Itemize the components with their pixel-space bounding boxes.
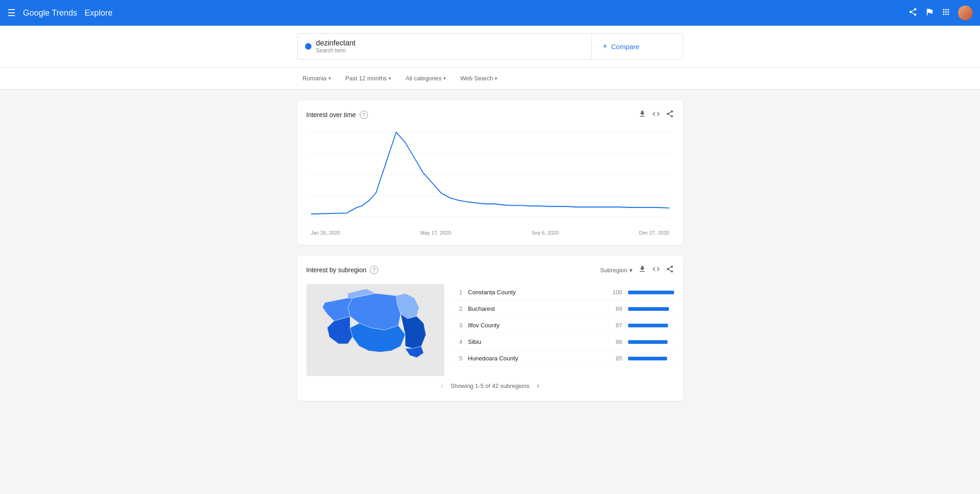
- subregion-row: 5 Hunedoara County 85: [455, 350, 674, 367]
- bar-container-5: [628, 357, 674, 360]
- share-header-icon[interactable]: [908, 7, 918, 19]
- compare-label: Compare: [611, 43, 640, 51]
- ibs-share-icon[interactable]: [666, 265, 674, 275]
- bar-container-1: [628, 291, 674, 294]
- next-page-button[interactable]: ›: [537, 382, 539, 390]
- prev-page-button[interactable]: ‹: [441, 382, 443, 390]
- ibs-download-icon[interactable]: [638, 265, 646, 275]
- iot-help-icon[interactable]: ?: [360, 111, 368, 119]
- name-4: Sibiu: [468, 338, 603, 345]
- app-header: ☰ Google Trends Explore: [0, 0, 980, 26]
- subregion-row: 4 Sibiu 86: [455, 334, 674, 350]
- iot-title: Interest over time: [306, 111, 356, 118]
- filters-inner: Romania ▾ Past 12 months ▾ All categorie…: [297, 72, 683, 84]
- bar-3: [628, 324, 668, 327]
- category-filter-label: All categories: [406, 75, 442, 82]
- bar-container-4: [628, 340, 674, 344]
- x-label-4: Dec 27, 2020: [639, 230, 669, 236]
- menu-icon[interactable]: ☰: [7, 7, 16, 18]
- iot-chart-svg: 100 75 50 25: [311, 127, 669, 228]
- pagination-text: Showing 1-5 of 42 subregions: [450, 382, 529, 389]
- bar-container-3: [628, 324, 674, 327]
- card-title-area-ibs: Interest by subregion ?: [306, 266, 379, 274]
- category-chevron-icon: ▾: [443, 76, 446, 81]
- subregion-row: 2 Bucharest 89: [455, 301, 674, 317]
- name-3: Ilfov County: [468, 322, 603, 329]
- subregion-list: 1 Constanța County 100 2 Bucharest 89: [455, 284, 674, 376]
- user-avatar[interactable]: [958, 6, 973, 20]
- romania-map: [306, 284, 444, 376]
- card-title-area-iot: Interest over time ?: [306, 111, 368, 119]
- subregion-row: 3 Ilfov County 87: [455, 317, 674, 334]
- chart-x-labels: Jan 26, 2020 May 17, 2020 Sep 6, 2020 De…: [306, 230, 674, 236]
- bar-4: [628, 340, 668, 344]
- rank-2: 2: [455, 305, 463, 312]
- x-label-2: May 17, 2020: [420, 230, 451, 236]
- value-2: 89: [609, 305, 623, 312]
- search-term-name: dezinfectant: [316, 39, 356, 47]
- subregion-content: 1 Constanța County 100 2 Bucharest 89: [306, 284, 674, 376]
- search-area: dezinfectant Search term + Compare: [0, 26, 980, 67]
- filters-bar: Romania ▾ Past 12 months ▾ All categorie…: [0, 67, 980, 90]
- subregion-row: 1 Constanța County 100: [455, 284, 674, 301]
- pagination: ‹ Showing 1-5 of 42 subregions ›: [306, 376, 674, 392]
- value-5: 85: [609, 355, 623, 362]
- rank-4: 4: [455, 338, 463, 345]
- compare-plus-icon: +: [603, 42, 608, 51]
- compare-box[interactable]: + Compare: [591, 33, 683, 60]
- value-3: 87: [609, 322, 623, 329]
- time-filter-label: Past 12 months: [346, 75, 387, 82]
- search-dot: [305, 43, 312, 50]
- subregion-select-label: Subregion: [600, 267, 627, 274]
- time-filter[interactable]: Past 12 months ▾: [340, 72, 397, 84]
- search-inner: dezinfectant Search term + Compare: [297, 33, 683, 60]
- region-filter[interactable]: Romania ▾: [297, 72, 336, 84]
- search-type-filter-label: Web Search: [460, 75, 493, 82]
- bar-5: [628, 357, 667, 360]
- search-term-label: Search term: [316, 47, 356, 54]
- main-content: Interest over time ?: [0, 90, 980, 412]
- search-term-box[interactable]: dezinfectant Search term: [297, 33, 591, 60]
- rank-3: 3: [455, 322, 463, 329]
- region-filter-label: Romania: [303, 75, 327, 82]
- rank-5: 5: [455, 355, 463, 362]
- interest-over-time-card: Interest over time ?: [297, 101, 683, 245]
- map-svg: [306, 284, 444, 376]
- x-label-3: Sep 6, 2020: [532, 230, 559, 236]
- ibs-help-icon[interactable]: ?: [370, 266, 378, 274]
- bar-1: [628, 291, 674, 294]
- apps-header-icon[interactable]: [941, 7, 951, 19]
- search-type-chevron-icon: ▾: [495, 76, 497, 81]
- iot-embed-icon[interactable]: [652, 110, 660, 120]
- subregion-controls: Subregion ▾: [600, 265, 674, 275]
- region-chevron-icon: ▾: [329, 76, 331, 81]
- value-1: 100: [609, 289, 623, 296]
- subregion-select[interactable]: Subregion ▾: [600, 267, 632, 274]
- svg-marker-12: [327, 316, 352, 344]
- app-logo: Google Trends: [23, 8, 77, 18]
- time-chevron-icon: ▾: [389, 76, 391, 81]
- iot-download-icon[interactable]: [638, 110, 646, 120]
- rank-1: 1: [455, 289, 463, 296]
- name-5: Hunedoara County: [468, 355, 603, 362]
- x-label-1: Jan 26, 2020: [311, 230, 340, 236]
- iot-share-icon[interactable]: [666, 110, 674, 120]
- category-filter[interactable]: All categories ▾: [400, 72, 451, 84]
- search-term-text: dezinfectant Search term: [316, 39, 356, 54]
- subregion-header: Interest by subregion ? Subregion ▾: [306, 265, 674, 275]
- interest-by-subregion-card: Interest by subregion ? Subregion ▾: [297, 256, 683, 401]
- iot-card-actions: [638, 110, 674, 120]
- name-1: Constanța County: [468, 289, 603, 296]
- ibs-embed-icon[interactable]: [652, 265, 660, 275]
- bar-2: [628, 307, 669, 311]
- ibs-title: Interest by subregion: [306, 266, 367, 274]
- card-header-iot: Interest over time ?: [306, 110, 674, 120]
- value-4: 86: [609, 338, 623, 345]
- svg-marker-16: [405, 346, 424, 358]
- flag-header-icon[interactable]: [925, 7, 934, 19]
- svg-marker-13: [401, 314, 426, 348]
- name-2: Bucharest: [468, 305, 603, 312]
- search-type-filter[interactable]: Web Search ▾: [455, 72, 503, 84]
- svg-marker-10: [348, 293, 401, 330]
- subregion-chevron-icon: ▾: [629, 267, 633, 274]
